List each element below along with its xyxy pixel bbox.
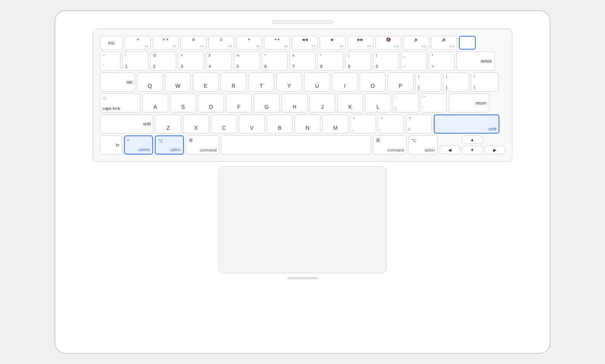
key-f3[interactable]: ⊞ F3 [180,36,206,50]
key-z-label: Z [158,125,179,132]
key-i-label: I [335,83,355,90]
key-d[interactable]: D [198,93,224,113]
key-8-top: * [320,53,322,57]
key-tab-label: tab [127,80,132,84]
key-x-label: X [186,125,206,132]
key-comma-bottom: , [353,127,354,132]
key-command-left[interactable]: ⌘ command [186,135,219,155]
key-8-bottom: 8 [320,64,322,69]
key-u-label: U [307,83,327,90]
key-s[interactable]: S [170,93,196,113]
key-d-label: D [201,104,221,111]
key-shift-right[interactable]: shift [434,114,499,134]
key-r[interactable]: R [220,72,246,92]
key-f6[interactable]: ✦✦ F6 [264,36,290,50]
key-f4[interactable]: ⊡ F4 [208,36,234,50]
key-tilde[interactable]: ~ ` [100,52,121,71]
key-capslock[interactable]: caps lock [100,93,140,113]
key-q[interactable]: Q [137,72,163,92]
key-o[interactable]: O [360,72,386,92]
key-z[interactable]: Z [155,114,181,134]
key-3[interactable]: # 3 [178,52,204,71]
key-return[interactable]: return [449,93,489,113]
key-fn[interactable]: fn [100,135,122,155]
key-f11[interactable]: 🔉 F11 [403,36,429,50]
key-8[interactable]: * 8 [317,52,343,71]
key-minus[interactable]: _ - [401,52,427,71]
key-6[interactable]: ^ 6 [262,52,288,71]
key-f2[interactable]: ☀☀ F2 [153,36,179,50]
key-f3-icon: ⊞ [183,37,204,42]
key-f-key[interactable]: F [226,93,252,113]
key-command-right[interactable]: ⌘ command [373,135,407,155]
key-7[interactable]: & 7 [290,52,315,71]
key-backslash[interactable]: | \ [471,72,499,92]
key-p[interactable]: P [388,72,414,92]
key-arrow-down[interactable]: ▼ [462,146,483,154]
key-lbracket[interactable]: { [ [415,72,441,92]
key-option-right[interactable]: ⌥ option [409,135,438,155]
key-tab[interactable]: tab [100,72,135,92]
key-t-label: T [251,83,272,90]
key-1-top: ! [125,53,126,57]
key-g[interactable]: G [254,93,280,113]
laptop-lid [78,19,527,26]
key-arrow-up[interactable]: ▲ [462,135,483,144]
trackpad[interactable] [219,166,386,273]
key-equals[interactable]: + = [429,52,455,71]
key-9[interactable]: ( 9 [345,52,371,71]
key-h[interactable]: H [282,93,307,113]
key-n[interactable]: N [294,114,320,134]
key-4[interactable]: $ 4 [206,52,232,71]
key-f7[interactable]: ◀◀ F7 [292,36,318,50]
key-space[interactable] [221,135,371,155]
key-2[interactable]: @ 2 [150,52,176,71]
key-j[interactable]: J [309,93,335,113]
key-0[interactable]: ) 0 [373,52,399,71]
key-esc[interactable]: esc [100,36,123,50]
key-control[interactable]: ^ control [124,135,153,155]
key-power[interactable] [459,36,476,50]
key-l[interactable]: L [365,93,391,113]
key-c[interactable]: C [211,114,237,134]
key-comma[interactable]: < , [350,114,376,134]
key-u[interactable]: U [304,72,330,92]
key-arrow-left[interactable]: ◀ [439,146,460,154]
key-backslash-bottom: \ [474,85,475,90]
key-semicolon[interactable]: : ; [393,93,419,113]
key-t[interactable]: T [248,72,274,92]
key-e[interactable]: E [193,72,219,92]
key-option-left[interactable]: ⌥ option [155,135,184,155]
key-k[interactable]: K [337,93,363,113]
key-delete[interactable]: delete [457,52,495,71]
key-arrow-right[interactable]: ▶ [484,146,505,154]
key-x[interactable]: X [183,114,209,134]
key-f1[interactable]: ☀ F1 [125,36,151,50]
arrow-bottom: ◀ ▼ ▶ [439,146,505,154]
key-v[interactable]: V [239,114,265,134]
key-f5[interactable]: ✦ F5 [236,36,262,50]
key-quote[interactable]: " ' [421,93,447,113]
key-f12[interactable]: 🔊 F12 [431,36,457,50]
key-i[interactable]: I [332,72,358,92]
key-f9[interactable]: ▶▶ F9 [348,36,373,50]
key-shift-left[interactable]: shift [100,114,153,134]
key-1[interactable]: ! 1 [122,52,148,71]
key-period[interactable]: > . [378,114,404,134]
key-5[interactable]: % 5 [234,52,260,71]
key-quote-top: " [423,95,425,99]
key-comma-top: < [353,116,355,120]
key-rbracket[interactable]: } ] [443,72,469,92]
key-y[interactable]: Y [276,72,302,92]
key-a[interactable]: A [142,93,168,113]
key-f8[interactable]: ▶ F8 [320,36,346,50]
key-w[interactable]: W [165,72,191,92]
key-f10[interactable]: 🔇 F10 [375,36,401,50]
key-b-label: B [269,125,290,132]
key-b[interactable]: B [267,114,293,134]
key-f1-label: F1 [127,45,148,48]
key-capslock-label: caps lock [103,106,120,111]
key-command-right-label: command [387,148,404,152]
key-slash[interactable]: ? / [406,114,432,134]
key-m[interactable]: M [322,114,348,134]
